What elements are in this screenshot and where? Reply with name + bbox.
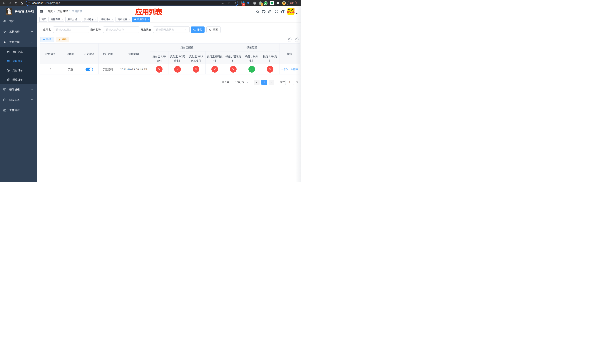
svg-text:y: y xyxy=(265,2,266,4)
svg-text:1: 1 xyxy=(261,3,262,6)
svg-text:10: 10 xyxy=(242,3,245,6)
